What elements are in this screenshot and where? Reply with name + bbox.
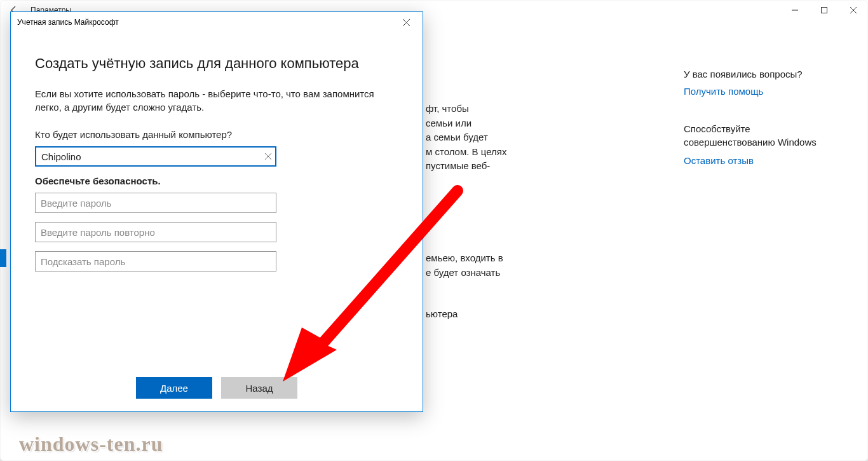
dialog-titlebar: Учетная запись Майкрософт — [11, 12, 423, 32]
maximize-button[interactable] — [810, 0, 839, 20]
sidebar-active-indicator — [0, 249, 6, 267]
next-button[interactable]: Далее — [136, 377, 212, 399]
feedback-link[interactable]: Оставить отзыв — [684, 155, 836, 166]
minimize-button[interactable] — [780, 0, 810, 20]
password-confirm-input[interactable] — [35, 222, 276, 242]
dialog-body: Создать учётную запись для данного компь… — [11, 32, 423, 272]
dialog-close-button[interactable] — [393, 13, 419, 31]
bg-text-block-1: фт, чтобы семьи или а семьи будет м стол… — [426, 102, 506, 174]
side-contribute: Способствуйте совершенствованию Windows — [684, 122, 836, 149]
bg-text-block-2: емьею, входить в е будет означать — [426, 251, 503, 280]
close-icon — [403, 19, 410, 26]
window-controls — [780, 0, 868, 20]
dialog-description: Если вы хотите использовать пароль - выб… — [35, 87, 398, 114]
username-input[interactable] — [35, 146, 276, 167]
back-button[interactable]: Назад — [221, 377, 297, 399]
password-hint-input[interactable] — [35, 251, 276, 272]
dialog-footer: Далее Назад — [11, 364, 423, 411]
secure-label: Обеспечьте безопасность. — [35, 175, 398, 186]
side-question: У вас появились вопросы? — [684, 69, 836, 79]
bg-text-block-3: ьютера — [426, 308, 458, 319]
create-account-dialog: Учетная запись Майкрософт Создать учётну… — [10, 11, 423, 412]
side-panel: У вас появились вопросы? Получить помощь… — [684, 69, 836, 191]
who-label: Кто будет использовать данный компьютер? — [35, 129, 398, 140]
clear-input-icon[interactable] — [265, 151, 271, 162]
password-input[interactable] — [35, 193, 276, 213]
get-help-link[interactable]: Получить помощь — [684, 86, 836, 97]
watermark-text: windows-ten.ru — [19, 432, 163, 456]
svg-rect-1 — [822, 8, 827, 13]
close-window-button[interactable] — [839, 0, 868, 20]
dialog-heading: Создать учётную запись для данного компь… — [35, 55, 398, 72]
dialog-title: Учетная запись Майкрософт — [17, 18, 119, 27]
